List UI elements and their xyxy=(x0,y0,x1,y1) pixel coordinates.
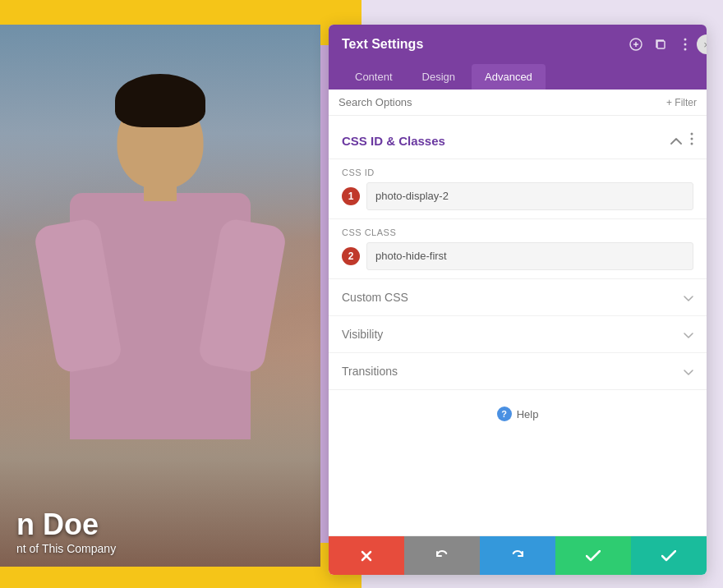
save-button[interactable] xyxy=(555,536,631,575)
section-title: CSS ID & Classes xyxy=(342,134,445,148)
css-id-field-group: CSS ID 1 photo-display-2 xyxy=(329,159,707,219)
svg-point-7 xyxy=(691,133,693,136)
header-icons xyxy=(628,36,693,53)
visibility-label: Visibility xyxy=(342,328,383,341)
svg-point-9 xyxy=(691,143,693,145)
filter-button[interactable]: + Filter xyxy=(666,97,697,108)
svg-point-8 xyxy=(691,138,693,140)
help-section[interactable]: ? Help xyxy=(329,390,707,438)
transitions-label: Transitions xyxy=(342,365,398,378)
search-input[interactable] xyxy=(338,96,660,108)
css-class-field-group: CSS Class 2 photo-hide-first xyxy=(329,219,707,279)
person-name: n Doe xyxy=(16,508,116,542)
css-class-value[interactable]: photo-hide-first xyxy=(366,242,693,270)
custom-css-section[interactable]: Custom CSS xyxy=(329,279,707,316)
css-class-label: CSS Class xyxy=(342,227,693,237)
css-id-value[interactable]: photo-display-2 xyxy=(366,182,693,210)
tab-content[interactable]: Content xyxy=(342,64,406,90)
custom-css-chevron xyxy=(684,291,693,304)
name-overlay: n Doe nt of This Company xyxy=(16,508,116,555)
panel-title: Text Settings xyxy=(342,37,423,52)
search-bar: + Filter xyxy=(329,90,707,116)
svg-point-6 xyxy=(684,48,687,51)
transitions-section[interactable]: Transitions xyxy=(329,353,707,390)
copy-icon[interactable] xyxy=(652,36,669,53)
help-label: Help xyxy=(517,408,539,420)
css-class-row: 2 photo-hide-first xyxy=(342,242,693,270)
background-scene: n Doe nt of This Company xyxy=(0,0,362,588)
more-icon[interactable] xyxy=(677,36,693,53)
person-hair xyxy=(115,74,205,127)
field-badge-2: 2 xyxy=(342,247,360,265)
css-id-row: 1 photo-display-2 xyxy=(342,182,693,210)
panel-tabs: Content Design Advanced xyxy=(329,64,707,90)
custom-css-label: Custom CSS xyxy=(342,291,408,304)
panel-header: Text Settings xyxy=(329,25,707,64)
panel-body: CSS ID & Classes CSS ID xyxy=(329,116,707,535)
section-collapse-icon[interactable] xyxy=(670,133,682,148)
person-title: nt of This Company xyxy=(16,542,116,555)
svg-point-5 xyxy=(684,44,687,46)
css-id-label: CSS ID xyxy=(342,168,693,177)
svg-point-4 xyxy=(684,39,687,41)
help-icon: ? xyxy=(497,407,512,421)
svg-rect-3 xyxy=(657,41,665,48)
visibility-section[interactable]: Visibility xyxy=(329,316,707,353)
photo-background xyxy=(0,25,320,567)
field-badge-1: 1 xyxy=(342,187,360,205)
css-id-classes-section-header: CSS ID & Classes xyxy=(329,122,707,159)
expand-icon[interactable] xyxy=(628,36,644,53)
section-more-icon[interactable] xyxy=(690,132,693,149)
text-settings-panel: × Text Settings xyxy=(329,25,707,575)
visibility-chevron xyxy=(684,328,693,341)
section-controls xyxy=(670,132,693,149)
tab-advanced[interactable]: Advanced xyxy=(472,64,546,90)
undo-button[interactable] xyxy=(404,536,480,575)
tab-design[interactable]: Design xyxy=(409,64,468,90)
transitions-chevron xyxy=(684,365,693,378)
person-neck xyxy=(144,177,177,201)
redo-button[interactable] xyxy=(480,536,555,575)
confirm-button[interactable] xyxy=(631,536,707,575)
panel-footer xyxy=(329,535,707,575)
cancel-button[interactable] xyxy=(329,536,404,575)
photo-container xyxy=(0,25,320,567)
